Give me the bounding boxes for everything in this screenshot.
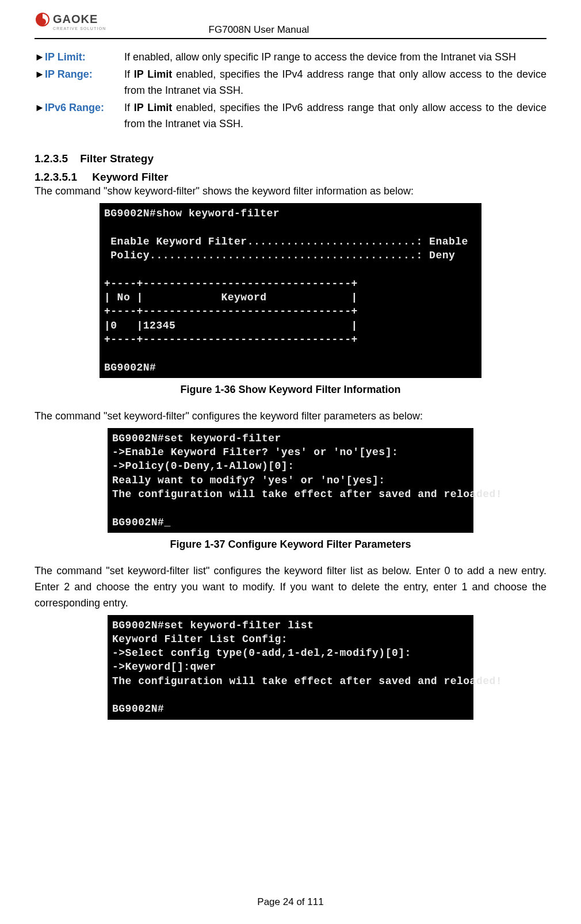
section-title: Keyword Filter xyxy=(92,171,168,183)
term-label: IP Range: xyxy=(45,67,124,99)
term-desc: If enabled, allow only specific IP range… xyxy=(124,49,546,66)
arrow-icon: ► xyxy=(35,67,45,99)
bullet-ip-limit: ► IP Limit: If enabled, allow only speci… xyxy=(35,49,546,66)
definition-list: ► IP Limit: If enabled, allow only speci… xyxy=(35,49,546,132)
text: If xyxy=(124,68,134,80)
section-heading: 1.2.3.5 Filter Strategy xyxy=(35,152,546,165)
bold-text: IP Limit xyxy=(134,102,172,113)
term-label: IP Limit: xyxy=(45,49,124,66)
text: enabled, specifies the IPv4 address rang… xyxy=(124,68,546,96)
paragraph: The command "show keyword-filter" shows … xyxy=(35,184,546,200)
arrow-icon: ► xyxy=(35,100,45,132)
text: enabled, specifies the IPv6 address rang… xyxy=(124,102,546,129)
term-desc: If IP Limit enabled, specifies the IPv6 … xyxy=(124,100,546,132)
arrow-icon: ► xyxy=(35,49,45,66)
doc-title: FG7008N User Manual xyxy=(52,24,466,36)
page-number: Page 24 of 111 xyxy=(0,896,581,908)
terminal-output-set: BG9002N#set keyword-filter ->Enable Keyw… xyxy=(108,428,473,533)
term-desc: If IP Limit enabled, specifies the IPv4 … xyxy=(124,67,546,99)
bullet-ip-range: ► IP Range: If IP Limit enabled, specifi… xyxy=(35,67,546,99)
term-label: IPv6 Range: xyxy=(45,100,124,132)
bullet-ipv6-range: ► IPv6 Range: If IP Limit enabled, speci… xyxy=(35,100,546,132)
paragraph: The command "set keyword-filter list" co… xyxy=(35,563,546,612)
bold-text: IP Limit xyxy=(134,68,172,80)
page-header: GAOKE CREATIVE SOLUTION FG7008N User Man… xyxy=(35,12,546,39)
subsection-heading: 1.2.3.5.1 Keyword Filter xyxy=(35,171,546,184)
text: If xyxy=(124,102,134,113)
section-number: 1.2.3.5.1 xyxy=(35,171,77,183)
figure-caption: Figure 1-37 Configure Keyword Filter Par… xyxy=(35,539,546,551)
logo-main-text: GAOKE xyxy=(53,13,98,25)
figure-caption: Figure 1-36 Show Keyword Filter Informat… xyxy=(35,384,546,396)
terminal-output-list: BG9002N#set keyword-filter list Keyword … xyxy=(108,615,473,720)
section-title: Filter Strategy xyxy=(80,152,154,165)
terminal-output-show: BG9002N#show keyword-filter Enable Keywo… xyxy=(100,203,481,378)
paragraph: The command "set keyword-filter" configu… xyxy=(35,408,546,425)
section-number: 1.2.3.5 xyxy=(35,152,68,165)
page: GAOKE CREATIVE SOLUTION FG7008N User Man… xyxy=(0,0,581,924)
